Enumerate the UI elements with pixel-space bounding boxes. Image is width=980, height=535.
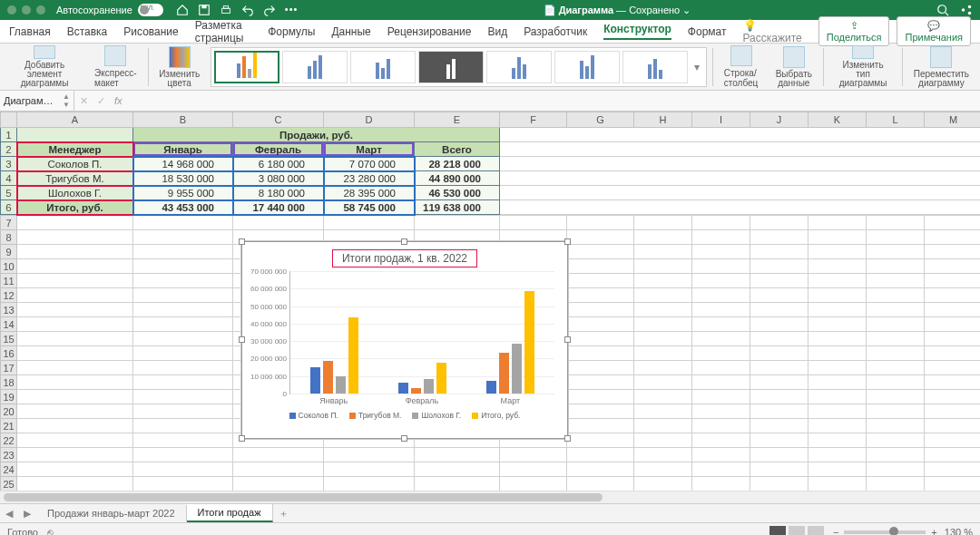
view-pagebreak-icon[interactable] (808, 526, 824, 536)
add-chart-element[interactable]: Добавить элемент диаграммы (5, 45, 83, 88)
tab-view[interactable]: Вид (487, 25, 507, 38)
tab-layout[interactable]: Разметка страницы (195, 19, 251, 44)
autosave-label: Автосохранение (56, 5, 132, 15)
table-row: Итого, руб. (17, 200, 133, 215)
svg-point-7 (968, 12, 972, 15)
chart-style-1[interactable] (214, 51, 279, 83)
comments-button[interactable]: 💬 Примечания (897, 16, 971, 46)
sheet-tabs: ◀ ▶ Продажи январь-март 2022 Итоги прода… (0, 503, 980, 522)
chart-legend[interactable]: Соколов П.Тригубов М.Шолохов Г.Итого, ру… (242, 411, 567, 420)
chart-style-7[interactable] (622, 51, 688, 83)
close-icon[interactable] (7, 5, 16, 15)
svg-rect-3 (223, 6, 228, 9)
view-normal-icon[interactable] (769, 526, 786, 536)
doc-icon: 📄 (544, 5, 556, 15)
zoom-in-icon[interactable]: + (931, 527, 936, 536)
print-icon[interactable] (220, 4, 232, 16)
change-colors[interactable]: Изменить цвета (153, 45, 205, 88)
select-data[interactable]: Выбрать данные (769, 45, 818, 88)
search-icon[interactable] (936, 4, 949, 16)
svg-rect-2 (221, 8, 230, 13)
home-icon[interactable] (176, 4, 189, 16)
chart-style-5[interactable] (486, 51, 552, 83)
tab-draw[interactable]: Рисование (123, 25, 178, 38)
redo-icon[interactable] (263, 4, 276, 16)
gallery-more-icon[interactable]: ▾ (691, 61, 703, 73)
autosave-switch[interactable]: ВКЛ. (138, 4, 163, 16)
chevron-down-icon[interactable]: ▲▼ (63, 92, 70, 109)
chart-plot-area[interactable]: 010 000 00020 000 00030 000 00040 000 00… (289, 271, 554, 394)
more-icon[interactable]: ••• (285, 4, 298, 16)
move-chart[interactable]: Переместить диаграмму (908, 45, 975, 88)
tab-home[interactable]: Главная (9, 25, 51, 38)
tab-chart-design[interactable]: Конструктор (603, 23, 671, 40)
status-bar: Готово ⎋ − + 130 % (0, 522, 980, 535)
ribbon: Добавить элемент диаграммы Экспресс-маке… (0, 44, 980, 91)
zoom-level[interactable]: 130 % (945, 527, 973, 536)
zoom-slider[interactable] (844, 530, 926, 534)
horizontal-scrollbar[interactable] (0, 491, 980, 503)
chart-style-3[interactable] (350, 51, 416, 83)
spreadsheet-grid[interactable]: ABCDEFGHIJKLM 1Продажи, руб. 2 Менеджер … (0, 112, 980, 491)
chart-style-6[interactable] (554, 51, 620, 83)
sheet-nav-prev[interactable]: ◀ (0, 508, 18, 520)
table-header: Менеджер (17, 142, 133, 157)
share-button[interactable]: ⇪ Поделиться (818, 16, 890, 46)
save-icon[interactable] (198, 4, 211, 16)
enter-icon[interactable]: ✓ (97, 95, 105, 107)
document-title: 📄 Диаграмма — Сохранено ⌄ (298, 5, 936, 16)
table-row: Шолохов Г. (17, 186, 133, 200)
sheet-tab[interactable]: Итоги продаж (187, 504, 273, 522)
zoom-out-icon[interactable]: − (833, 527, 838, 536)
column-headers[interactable]: ABCDEFGHIJKLM (1, 112, 981, 128)
undo-icon[interactable] (241, 4, 254, 16)
tab-format[interactable]: Формат (688, 25, 727, 38)
sheet-tab[interactable]: Продажи январь-март 2022 (36, 505, 187, 521)
tab-formulas[interactable]: Формулы (268, 25, 315, 38)
table-row: Соколов П. (17, 157, 133, 171)
formula-bar: Диаграм…▲▼ ✕ ✓ fx (0, 91, 980, 112)
chart-object[interactable]: Итоги продаж, 1 кв. 2022 010 000 00020 0… (241, 241, 568, 439)
change-chart-type[interactable]: Изменить тип диаграммы (829, 45, 897, 88)
name-box[interactable]: Диаграм…▲▼ (0, 91, 74, 111)
chart-styles-gallery[interactable]: ▾ (211, 47, 707, 87)
svg-point-6 (968, 5, 972, 9)
chart-title[interactable]: Итоги продаж, 1 кв. 2022 (332, 249, 477, 268)
cancel-icon[interactable]: ✕ (80, 95, 88, 107)
chart-style-4[interactable] (418, 51, 484, 83)
accessibility-icon[interactable]: ⎋ (47, 527, 54, 536)
tab-developer[interactable]: Разработчик (524, 25, 587, 38)
zoom-icon[interactable] (36, 5, 45, 15)
table-title: Продажи, руб. (133, 128, 500, 142)
status-ready: Готово (7, 527, 38, 536)
add-sheet-icon[interactable]: ＋ (273, 507, 294, 520)
autosave-toggle[interactable]: Автосохранение ВКЛ. (56, 4, 163, 16)
chart-style-2[interactable] (282, 51, 348, 83)
svg-point-4 (938, 5, 946, 14)
fx-icon[interactable]: fx (114, 95, 122, 106)
view-layout-icon[interactable] (789, 526, 805, 536)
table-row: Тригубов М. (17, 171, 133, 186)
ribbon-tabs: Главная Вставка Рисование Разметка стран… (0, 20, 980, 44)
svg-rect-1 (201, 5, 206, 9)
quick-layout[interactable]: Экспресс-макет (89, 45, 142, 88)
sheet-nav-next[interactable]: ▶ (18, 508, 36, 520)
minimize-icon[interactable] (22, 5, 31, 15)
tab-data[interactable]: Данные (331, 25, 370, 38)
tab-review[interactable]: Рецензирование (387, 25, 472, 38)
tellme[interactable]: 💡 Расскажите (743, 19, 802, 44)
tab-insert[interactable]: Вставка (67, 25, 108, 38)
share-icon[interactable] (960, 4, 973, 16)
window-controls[interactable] (7, 5, 45, 15)
switch-row-column[interactable]: Строка/столбец (719, 45, 765, 88)
svg-point-5 (962, 8, 965, 12)
